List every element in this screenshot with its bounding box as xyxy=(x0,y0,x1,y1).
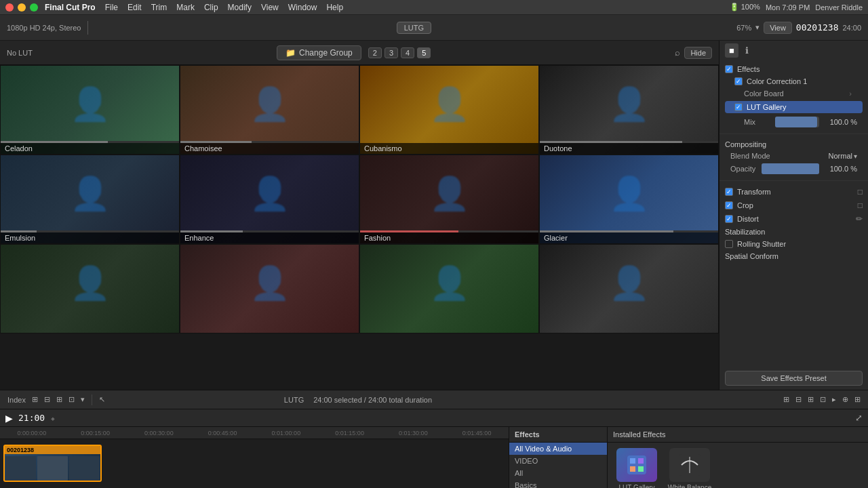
minimize-button[interactable] xyxy=(18,3,26,12)
menu-right-info: 🔋 100% Mon 7:09 PM Denver Riddle xyxy=(730,3,863,12)
rp-crop-checkbox[interactable] xyxy=(725,201,733,209)
fullscreen-button[interactable] xyxy=(30,3,38,12)
menu-edit[interactable]: Edit xyxy=(123,3,146,12)
menu-view[interactable]: View xyxy=(257,3,283,12)
bt-btn-3[interactable]: ⊞ xyxy=(54,394,64,405)
bt-btn-r4[interactable]: ⊡ xyxy=(818,394,828,405)
group-num-3[interactable]: 3 xyxy=(384,47,398,58)
lut-item-r3[interactable]: 👤 xyxy=(359,244,539,333)
mix-label: Mix xyxy=(744,118,771,126)
group-num-5[interactable]: 5 xyxy=(417,47,431,58)
rp-lut-gallery-item[interactable]: LUT Gallery xyxy=(725,101,863,113)
lut-item-enhance[interactable]: 👤 Enhance xyxy=(180,155,359,244)
rp-stabilization-item[interactable]: Stabilization xyxy=(725,226,863,238)
rp-distort-icon: ✏ xyxy=(856,214,863,224)
timeline-tracks[interactable]: 00201238 xyxy=(0,439,509,488)
rp-crop-icon: □ xyxy=(858,201,863,210)
bt-btn-5[interactable]: ▾ xyxy=(79,394,87,405)
rp-spatial-item[interactable]: Spatial Conform xyxy=(725,250,863,262)
menu-window[interactable]: Window xyxy=(284,3,321,12)
rp-compositing-item[interactable]: Compositing xyxy=(725,138,863,150)
lut-item-r1[interactable]: 👤 xyxy=(0,244,180,333)
main-area: No LUT 📁 Change Group 2 3 4 5 ⌕ Hide xyxy=(0,41,868,390)
ie-white-balance[interactable]: White Balance xyxy=(666,448,713,488)
effect-cat-all-video[interactable]: All Video & Audio xyxy=(509,443,607,455)
change-group-button[interactable]: 📁 Change Group xyxy=(277,45,361,60)
rp-tab-info[interactable]: ℹ xyxy=(741,43,753,58)
effect-cat-all[interactable]: All xyxy=(509,467,607,479)
bt-btn-2[interactable]: ⊟ xyxy=(42,394,52,405)
face-overlay-duotone: 👤 xyxy=(540,66,718,143)
effect-cat-video[interactable]: VIDEO xyxy=(509,455,607,467)
rp-effects-item[interactable]: Effects xyxy=(725,63,863,75)
rp-rolling-checkbox[interactable] xyxy=(725,240,733,248)
opacity-slider[interactable] xyxy=(762,163,819,174)
rp-color-board-item[interactable]: Color Board › xyxy=(725,87,863,100)
lut-item-glacier[interactable]: 👤 Glacier xyxy=(539,155,719,244)
track-clip[interactable]: 00201238 xyxy=(3,445,102,482)
fullscreen-icon[interactable]: ⤢ xyxy=(855,413,863,423)
bt-btn-r3[interactable]: ⊞ xyxy=(806,394,816,405)
rp-lut-checkbox[interactable] xyxy=(734,103,743,111)
mix-slider[interactable] xyxy=(775,117,819,127)
lut-item-duotone[interactable]: 👤 Duotone xyxy=(539,65,719,155)
rp-crop-item[interactable]: Crop □ xyxy=(725,199,863,212)
zoom-dropdown-icon[interactable]: ▾ xyxy=(755,23,760,32)
ie-wb-icon xyxy=(669,448,710,482)
lut-item-celadon[interactable]: 👤 Celadon xyxy=(0,65,180,155)
ruler-mark-0: 0:00:00:00 xyxy=(0,428,64,438)
lut-item-emulsion[interactable]: 👤 Emulsion xyxy=(0,155,180,244)
search-icon[interactable]: ⌕ xyxy=(675,47,680,58)
bt-btn-1[interactable]: ⊞ xyxy=(30,394,40,405)
menu-help[interactable]: Help xyxy=(322,3,347,12)
bt-btn-cursor[interactable]: ↖ xyxy=(97,394,107,405)
playtime-display: 21:00 xyxy=(18,413,45,423)
close-button[interactable] xyxy=(5,3,14,12)
play-button[interactable]: ▶ xyxy=(5,413,13,424)
bt-btn-r6[interactable]: ⊕ xyxy=(840,394,850,405)
rp-transform-checkbox[interactable] xyxy=(725,188,733,196)
rp-rolling-shutter-item[interactable]: Rolling Shutter xyxy=(725,238,863,250)
lut-item-r2[interactable]: 👤 xyxy=(180,244,359,333)
bt-btn-r7[interactable]: ⊞ xyxy=(852,394,863,405)
ie-lut-gallery[interactable]: LUT Gallery xyxy=(613,448,660,488)
bt-btn-r2[interactable]: ⊟ xyxy=(793,394,804,405)
lut-item-r4[interactable]: 👤 xyxy=(539,244,719,333)
group-num-4[interactable]: 4 xyxy=(401,47,414,58)
menu-clip[interactable]: Clip xyxy=(200,3,222,12)
effects-list: All Video & Audio VIDEO All Basics Blur … xyxy=(509,443,607,488)
menu-mark[interactable]: Mark xyxy=(172,3,199,12)
lut-scrollbar-enhance xyxy=(180,230,359,232)
save-effects-preset-button[interactable]: Save Effects Preset xyxy=(725,371,863,386)
rp-distort-checkbox[interactable] xyxy=(725,215,733,223)
lut-item-fashion[interactable]: 👤 Fashion xyxy=(359,155,539,244)
rp-effects-checkbox[interactable] xyxy=(725,65,733,73)
lutg-badge: LUTG xyxy=(397,22,431,34)
effect-cat-basics[interactable]: Basics xyxy=(509,479,607,488)
bt-btn-r1[interactable]: ⊞ xyxy=(781,394,791,405)
folder-icon: 📁 xyxy=(285,48,296,58)
bt-btn-4[interactable]: ⊡ xyxy=(66,394,77,405)
rp-transform-item[interactable]: Transform □ xyxy=(725,185,863,199)
rp-tab-effects[interactable]: ■ xyxy=(725,43,738,58)
menu-trim[interactable]: Trim xyxy=(147,3,172,12)
view-button[interactable]: View xyxy=(764,22,792,34)
menu-file[interactable]: File xyxy=(101,3,122,12)
bt-duration-info: 24:00 selected / 24:00 total duration xyxy=(311,395,434,405)
bt-right-controls: ⊞ ⊟ ⊞ ⊡ ▸ ⊕ ⊞ xyxy=(781,394,863,405)
lut-row-3: 👤 👤 👤 👤 xyxy=(0,244,719,333)
face-overlay-enhance: 👤 xyxy=(180,155,359,232)
rp-color-correction-item[interactable]: Color Correction 1 xyxy=(725,75,863,87)
bt-btn-r5[interactable]: ▸ xyxy=(830,394,838,405)
playhead-toolbar: ▶ 21:00 ⬥ ⤢ xyxy=(0,409,868,427)
rp-cc-checkbox[interactable] xyxy=(734,77,743,85)
rp-distort-item[interactable]: Distort ✏ xyxy=(725,212,863,226)
lut-item-chamoisee[interactable]: 👤 Chamoisee xyxy=(180,65,359,155)
change-group-label: Change Group xyxy=(299,48,353,58)
hide-button[interactable]: Hide xyxy=(684,47,712,59)
menu-modify[interactable]: Modify xyxy=(224,3,256,12)
lut-item-cubanismo[interactable]: 👤 Cubanismo xyxy=(359,65,539,155)
clip-thumb-3 xyxy=(69,456,100,481)
lut-thumb-r3: 👤 xyxy=(360,245,538,333)
group-num-2[interactable]: 2 xyxy=(368,47,382,58)
